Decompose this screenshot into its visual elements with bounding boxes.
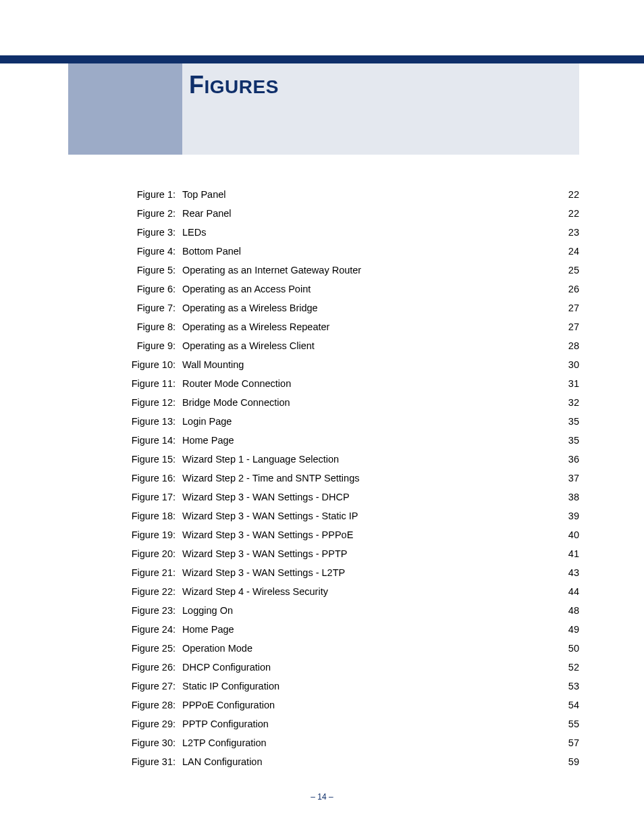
figure-page: 26 bbox=[552, 280, 579, 298]
figure-label: Figure 5: bbox=[68, 261, 182, 280]
figure-entry[interactable]: Figure 31:LAN Configuration59 bbox=[68, 752, 579, 771]
figure-label: Figure 26: bbox=[68, 658, 182, 677]
figure-title: Router Mode Connection bbox=[182, 374, 552, 393]
figure-page: 27 bbox=[552, 317, 579, 336]
figure-page: 28 bbox=[552, 336, 579, 355]
figure-page: 50 bbox=[552, 639, 579, 658]
figure-page: 53 bbox=[552, 677, 579, 696]
figure-entry[interactable]: Figure 26:DHCP Configuration52 bbox=[68, 658, 579, 677]
figure-page: 44 bbox=[552, 582, 579, 601]
figure-page: 54 bbox=[552, 696, 579, 714]
figure-label: Figure 29: bbox=[68, 714, 182, 733]
figure-entry[interactable]: Figure 17:Wizard Step 3 - WAN Settings -… bbox=[68, 488, 579, 506]
figure-label: Figure 21: bbox=[68, 563, 182, 582]
figure-entry[interactable]: Figure 8:Operating as a Wireless Repeate… bbox=[68, 317, 579, 336]
figure-page: 22 bbox=[552, 185, 579, 204]
figure-entry[interactable]: Figure 15:Wizard Step 1 - Language Selec… bbox=[68, 450, 579, 469]
figure-entry[interactable]: Figure 16:Wizard Step 2 - Time and SNTP … bbox=[68, 469, 579, 488]
figure-page: 48 bbox=[552, 601, 579, 620]
figure-entry[interactable]: Figure 11:Router Mode Connection31 bbox=[68, 374, 579, 393]
figure-entry[interactable]: Figure 4:Bottom Panel24 bbox=[68, 242, 579, 261]
page: FIGURES Figure 1:Top Panel22Figure 2:Rea… bbox=[0, 0, 644, 834]
figure-entry[interactable]: Figure 5:Operating as an Internet Gatewa… bbox=[68, 261, 579, 280]
figure-title: Operating as a Wireless Client bbox=[182, 336, 552, 355]
figure-label: Figure 16: bbox=[68, 469, 182, 488]
figure-title: Wall Mounting bbox=[182, 355, 552, 374]
figures-list: Figure 1:Top Panel22Figure 2:Rear Panel2… bbox=[68, 185, 579, 771]
figure-label: Figure 8: bbox=[68, 317, 182, 336]
figure-label: Figure 11: bbox=[68, 374, 182, 393]
figure-entry[interactable]: Figure 18:Wizard Step 3 - WAN Settings -… bbox=[68, 506, 579, 525]
figure-entry[interactable]: Figure 28:PPPoE Configuration54 bbox=[68, 696, 579, 714]
figure-title: Wizard Step 3 - WAN Settings - PPTP bbox=[182, 544, 552, 563]
figure-entry[interactable]: Figure 25:Operation Mode50 bbox=[68, 639, 579, 658]
figure-entry[interactable]: Figure 23:Logging On48 bbox=[68, 601, 579, 620]
figure-entry[interactable]: Figure 24:Home Page49 bbox=[68, 620, 579, 639]
figure-label: Figure 14: bbox=[68, 431, 182, 450]
top-bar bbox=[0, 55, 644, 63]
figure-page: 39 bbox=[552, 506, 579, 525]
figure-entry[interactable]: Figure 21:Wizard Step 3 - WAN Settings -… bbox=[68, 563, 579, 582]
figure-label: Figure 12: bbox=[68, 393, 182, 412]
figure-page: 40 bbox=[552, 525, 579, 544]
figure-entry[interactable]: Figure 10:Wall Mounting30 bbox=[68, 355, 579, 374]
figure-entry[interactable]: Figure 6:Operating as an Access Point26 bbox=[68, 280, 579, 298]
figure-title: Operating as a Wireless Repeater bbox=[182, 317, 552, 336]
figure-entry[interactable]: Figure 22:Wizard Step 4 - Wireless Secur… bbox=[68, 582, 579, 601]
figure-label: Figure 15: bbox=[68, 450, 182, 469]
figure-page: 38 bbox=[552, 488, 579, 506]
figure-page: 32 bbox=[552, 393, 579, 412]
figure-entry[interactable]: Figure 13:Login Page35 bbox=[68, 412, 579, 431]
figure-title: Top Panel bbox=[182, 185, 552, 204]
figure-label: Figure 1: bbox=[68, 185, 182, 204]
figure-page: 41 bbox=[552, 544, 579, 563]
figure-page: 37 bbox=[552, 469, 579, 488]
figure-entry[interactable]: Figure 14:Home Page35 bbox=[68, 431, 579, 450]
figure-entry[interactable]: Figure 2:Rear Panel22 bbox=[68, 204, 579, 223]
figure-entry[interactable]: Figure 3:LEDs23 bbox=[68, 223, 579, 242]
figure-entry[interactable]: Figure 29:PPTP Configuration55 bbox=[68, 714, 579, 733]
figure-page: 24 bbox=[552, 242, 579, 261]
figure-title: LEDs bbox=[182, 223, 552, 242]
figure-entry[interactable]: Figure 20:Wizard Step 3 - WAN Settings -… bbox=[68, 544, 579, 563]
figure-entry[interactable]: Figure 7:Operating as a Wireless Bridge2… bbox=[68, 298, 579, 317]
figure-label: Figure 25: bbox=[68, 639, 182, 658]
figure-title: Login Page bbox=[182, 412, 552, 431]
figure-title: L2TP Configuration bbox=[182, 733, 552, 752]
figure-page: 59 bbox=[552, 752, 579, 771]
figure-label: Figure 18: bbox=[68, 506, 182, 525]
figure-entry[interactable]: Figure 12:Bridge Mode Connection32 bbox=[68, 393, 579, 412]
figure-title: Operating as an Access Point bbox=[182, 280, 552, 298]
figure-entry[interactable]: Figure 9:Operating as a Wireless Client2… bbox=[68, 336, 579, 355]
figure-label: Figure 2: bbox=[68, 204, 182, 223]
page-footer: – 14 – bbox=[0, 792, 644, 802]
figure-title: Logging On bbox=[182, 601, 552, 620]
figure-title: Wizard Step 4 - Wireless Security bbox=[182, 582, 552, 601]
figure-label: Figure 9: bbox=[68, 336, 182, 355]
figure-entry[interactable]: Figure 27:Static IP Configuration53 bbox=[68, 677, 579, 696]
figure-title: Rear Panel bbox=[182, 204, 552, 223]
figure-title: Wizard Step 2 - Time and SNTP Settings bbox=[182, 469, 552, 488]
figure-title: DHCP Configuration bbox=[182, 658, 552, 677]
figure-entry[interactable]: Figure 1:Top Panel22 bbox=[68, 185, 579, 204]
figure-page: 22 bbox=[552, 204, 579, 223]
figure-label: Figure 6: bbox=[68, 280, 182, 298]
figure-page: 49 bbox=[552, 620, 579, 639]
figure-title: Wizard Step 1 - Language Selection bbox=[182, 450, 552, 469]
figure-page: 35 bbox=[552, 431, 579, 450]
figure-title: Bottom Panel bbox=[182, 242, 552, 261]
figure-label: Figure 30: bbox=[68, 733, 182, 752]
figure-label: Figure 10: bbox=[68, 355, 182, 374]
figure-entry[interactable]: Figure 30:L2TP Configuration57 bbox=[68, 733, 579, 752]
figure-label: Figure 23: bbox=[68, 601, 182, 620]
side-block bbox=[68, 63, 182, 155]
figure-title: Wizard Step 3 - WAN Settings - L2TP bbox=[182, 563, 552, 582]
figure-entry[interactable]: Figure 19:Wizard Step 3 - WAN Settings -… bbox=[68, 525, 579, 544]
page-title: FIGURES bbox=[189, 71, 279, 99]
figure-page: 30 bbox=[552, 355, 579, 374]
figure-label: Figure 13: bbox=[68, 412, 182, 431]
figure-label: Figure 24: bbox=[68, 620, 182, 639]
figure-title: Static IP Configuration bbox=[182, 677, 552, 696]
figure-page: 36 bbox=[552, 450, 579, 469]
figure-title: LAN Configuration bbox=[182, 752, 552, 771]
